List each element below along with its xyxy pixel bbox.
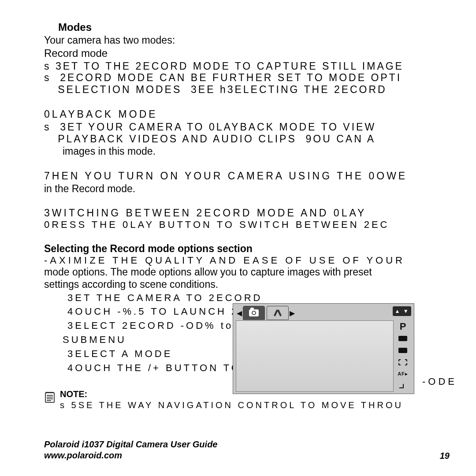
tab-camera xyxy=(243,306,265,320)
intro-text: Your camera has two modes: xyxy=(44,34,476,46)
record-mode-title: Record mode xyxy=(44,47,476,60)
mode-options-line2: settings according to scene conditions. xyxy=(44,279,476,291)
tab-tools xyxy=(267,306,289,320)
heading-modes: Modes xyxy=(58,21,476,33)
panel-side-icons: P AF▸ xyxy=(394,320,411,392)
svg-rect-1 xyxy=(398,348,407,353)
panel-body xyxy=(236,320,394,392)
record-mode-bullets: s 3ET TO THE 2ECORD MODE TO CAPTURE STIL… xyxy=(44,60,476,95)
heading-select-record-options: Selecting the Record mode options sectio… xyxy=(44,243,476,255)
mode-generic-icon-1 xyxy=(396,334,410,343)
switching-body: 0RESS THE 0LAY BUTTON TO SWITCH BETWEEN … xyxy=(44,219,476,231)
switching-title: 3WITCHING BETWEEN 2ECORD MODE AND 0LAY xyxy=(44,207,476,219)
playback-mode-title: 0LAYBACK MODE xyxy=(44,108,476,120)
panel-tabbar: ◀ ▶ xyxy=(237,305,410,320)
footer-url: www.polaroid.com xyxy=(44,450,217,461)
manual-page: Modes Your camera has two modes: Record … xyxy=(0,0,476,476)
maximize-line: -AXIMIZE THE QUALITY AND EASE OF USE OF … xyxy=(44,255,476,266)
ode-tail: -ODE xyxy=(422,376,457,387)
chevron-right-icon: ▶ xyxy=(290,309,295,317)
page-number: 19 xyxy=(440,451,450,461)
focus-brackets-icon xyxy=(396,357,410,367)
tools-icon xyxy=(273,309,282,317)
note-body: s 5SE THE WAY NAVIGATION CONTROL TO MOVE… xyxy=(60,400,403,410)
camera-menu-panel: ◀ ▶ ▲ ▼ P AF▸ xyxy=(233,303,414,394)
footer-title: Polaroid i1037 Digital Camera User Guide xyxy=(44,439,217,450)
mode-options-line1: mode options. The mode options allow you… xyxy=(44,266,476,279)
playback-mode-bullets: s 3ET YOUR CAMERA TO 0LAYBACK MODE TO VI… xyxy=(44,121,476,145)
corner-icon xyxy=(396,381,410,391)
mode-generic-icon-2 xyxy=(396,346,410,355)
svg-rect-0 xyxy=(398,336,407,341)
camera-icon xyxy=(249,309,259,316)
playback-tail: images in this mode. xyxy=(63,145,476,158)
page-footer: Polaroid i1037 Digital Camera User Guide… xyxy=(44,439,450,461)
up-down-indicator: ▲ ▼ xyxy=(393,306,411,316)
af-icon: AF▸ xyxy=(396,369,410,379)
note-icon xyxy=(44,390,56,405)
power-on-line1: 7HEN YOU TURN ON YOUR CAMERA USING THE 0… xyxy=(44,170,476,182)
chevron-left-icon: ◀ xyxy=(237,309,242,317)
mode-p-icon: P xyxy=(396,322,410,331)
power-on-line2: in the Record mode. xyxy=(44,183,476,195)
